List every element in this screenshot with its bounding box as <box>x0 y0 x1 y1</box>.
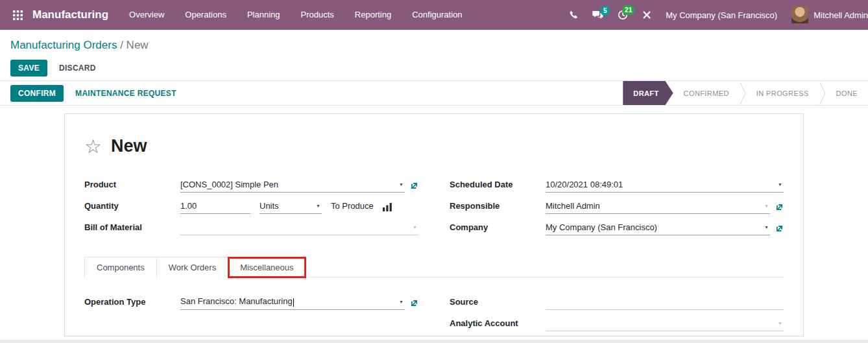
statusbar: CONFIRM MAINTENANCE REQUEST DRAFT CONFIR… <box>0 81 868 106</box>
favorite-star-icon[interactable]: ☆ <box>84 137 102 156</box>
breadcrumb-parent-link[interactable]: Manufacturing Orders <box>10 39 117 51</box>
menu-configuration[interactable]: Configuration <box>412 0 462 30</box>
quantity-label: Quantity <box>84 201 180 214</box>
quantity-row: Quantity 1.00 Units ▼ To Produce <box>84 197 418 214</box>
messages-badge: 5 <box>600 6 610 16</box>
stage-done[interactable]: DONE <box>826 81 868 105</box>
form-left-column: Product [CONS_0002] Simple Pen ▼ Quantit… <box>84 176 418 240</box>
save-button[interactable]: SAVE <box>10 60 47 77</box>
page-background-strip <box>0 340 868 343</box>
stage-confirmed[interactable]: CONFIRMED <box>673 81 740 105</box>
product-external-link-icon[interactable] <box>410 182 418 193</box>
confirm-button[interactable]: CONFIRM <box>10 85 64 102</box>
stage-draft[interactable]: DRAFT <box>623 81 673 105</box>
quantity-input[interactable]: 1.00 <box>180 198 250 214</box>
stage-chevron-icon <box>740 82 746 105</box>
user-avatar <box>791 6 808 23</box>
activities-clock-icon[interactable]: 21 <box>618 10 628 20</box>
menu-planning[interactable]: Planning <box>247 0 280 30</box>
responsible-input[interactable]: Mitchell Admin ▼ <box>546 198 770 214</box>
tab-miscellaneous[interactable]: Miscellaneous <box>228 257 306 278</box>
responsible-label: Responsible <box>450 201 546 214</box>
company-label: Company <box>450 222 546 235</box>
tab-work-orders[interactable]: Work Orders <box>156 257 228 278</box>
bom-input[interactable]: ▼ <box>180 220 418 235</box>
analytic-account-row: Analytic Account ▼ <box>450 314 784 331</box>
scheduled-date-label: Scheduled Date <box>450 180 546 193</box>
activities-badge: 21 <box>622 5 634 15</box>
operation-type-row: Operation Type San Francisco: Manufactur… <box>84 293 418 310</box>
uom-value: Units <box>259 201 312 211</box>
status-pipeline: DRAFT CONFIRMED IN PROGRESS DONE <box>623 81 868 105</box>
maintenance-request-button[interactable]: MAINTENANCE REQUEST <box>75 89 176 98</box>
bom-row: Bill of Material ▼ <box>84 219 418 235</box>
messages-icon[interactable]: 5 <box>592 10 603 20</box>
tab-components[interactable]: Components <box>84 257 157 278</box>
quantity-value: 1.00 <box>180 201 197 211</box>
chevron-down-icon[interactable]: ▼ <box>399 182 404 187</box>
product-label: Product <box>84 180 180 193</box>
product-value: [CONS_0002] Simple Pen <box>180 180 395 189</box>
uom-select[interactable]: Units ▼ <box>259 198 322 214</box>
title-row: ☆ New <box>84 136 784 156</box>
main-content: ☆ New Product [CONS_0002] Simple Pen ▼ <box>0 113 868 343</box>
operation-type-input[interactable]: San Francisco: Manufacturing ▼ <box>180 294 405 310</box>
menu-operations[interactable]: Operations <box>185 0 226 30</box>
operation-type-value: San Francisco: Manufacturing <box>180 296 395 306</box>
app-title[interactable]: Manufacturing <box>32 8 108 21</box>
analytic-account-input[interactable]: ▼ <box>546 316 784 331</box>
product-row: Product [CONS_0002] Simple Pen ▼ <box>84 176 418 193</box>
chevron-down-icon[interactable]: ▼ <box>399 300 404 304</box>
user-menu[interactable]: Mitchell Admin <box>791 6 868 23</box>
responsible-row: Responsible Mitchell Admin ▼ <box>450 197 784 214</box>
product-input[interactable]: [CONS_0002] Simple Pen ▼ <box>180 177 405 193</box>
stage-chevron-icon <box>819 82 826 105</box>
company-value: My Company (San Francisco) <box>546 222 760 232</box>
company-row: Company My Company (San Francisco) ▼ <box>450 219 784 235</box>
miscellaneous-tab-content: Operation Type San Francisco: Manufactur… <box>84 278 784 336</box>
breadcrumb-current: New <box>127 39 149 51</box>
chevron-down-icon[interactable]: ▼ <box>413 225 417 230</box>
company-external-link-icon[interactable] <box>775 224 784 235</box>
control-panel: Manufacturing Orders / New SAVE DISCARD <box>0 30 868 81</box>
chevron-down-icon[interactable]: ▼ <box>764 204 769 208</box>
form-grid: Product [CONS_0002] Simple Pen ▼ Quantit… <box>84 176 784 240</box>
discard-button[interactable]: DISCARD <box>59 64 96 73</box>
main-menu: Overview Operations Planning Products Re… <box>129 0 462 30</box>
menu-products[interactable]: Products <box>301 0 334 30</box>
chevron-down-icon[interactable]: ▼ <box>316 204 320 208</box>
menu-overview[interactable]: Overview <box>129 0 164 30</box>
phone-icon[interactable] <box>568 10 578 20</box>
user-name: Mitchell Admin <box>814 10 868 20</box>
stage-in-progress[interactable]: IN PROGRESS <box>746 81 819 105</box>
apps-menu-icon[interactable] <box>8 0 27 30</box>
operation-type-external-link-icon[interactable] <box>410 299 418 310</box>
source-input[interactable] <box>546 294 784 310</box>
menu-reporting[interactable]: Reporting <box>355 0 391 30</box>
chevron-down-icon[interactable]: ▼ <box>778 182 782 187</box>
company-input[interactable]: My Company (San Francisco) ▼ <box>546 220 770 235</box>
record-actions: SAVE DISCARD <box>10 60 858 77</box>
breadcrumb-separator: / <box>120 39 123 51</box>
form-sheet: ☆ New Product [CONS_0002] Simple Pen ▼ <box>64 113 804 337</box>
chevron-down-icon[interactable]: ▼ <box>764 225 769 230</box>
top-navbar: Manufacturing Overview Operations Planni… <box>0 0 868 30</box>
source-row: Source <box>450 293 784 310</box>
tools-icon[interactable] <box>642 10 651 19</box>
scheduled-date-row: Scheduled Date 10/20/2021 08:49:01 ▼ <box>450 176 784 193</box>
misc-right-column: Source Analytic Account ▼ <box>450 293 784 336</box>
to-produce-label: To Produce <box>331 201 374 214</box>
source-label: Source <box>450 297 546 310</box>
responsible-value: Mitchell Admin <box>546 201 760 211</box>
analytic-account-label: Analytic Account <box>450 318 546 331</box>
chevron-down-icon[interactable]: ▼ <box>778 321 782 325</box>
scheduled-date-value: 10/20/2021 08:49:01 <box>546 180 774 189</box>
bom-label: Bill of Material <box>84 222 180 235</box>
company-switcher[interactable]: My Company (San Francisco) <box>666 10 777 20</box>
responsible-external-link-icon[interactable] <box>775 203 784 214</box>
operation-type-label: Operation Type <box>84 297 180 310</box>
forecast-chart-icon[interactable] <box>383 203 392 214</box>
navbar-systray: 5 21 My Company (San Francisco) Mitchell… <box>555 6 868 23</box>
scheduled-date-input[interactable]: 10/20/2021 08:49:01 ▼ <box>546 177 784 193</box>
form-right-column: Scheduled Date 10/20/2021 08:49:01 ▼ Res… <box>450 176 784 240</box>
